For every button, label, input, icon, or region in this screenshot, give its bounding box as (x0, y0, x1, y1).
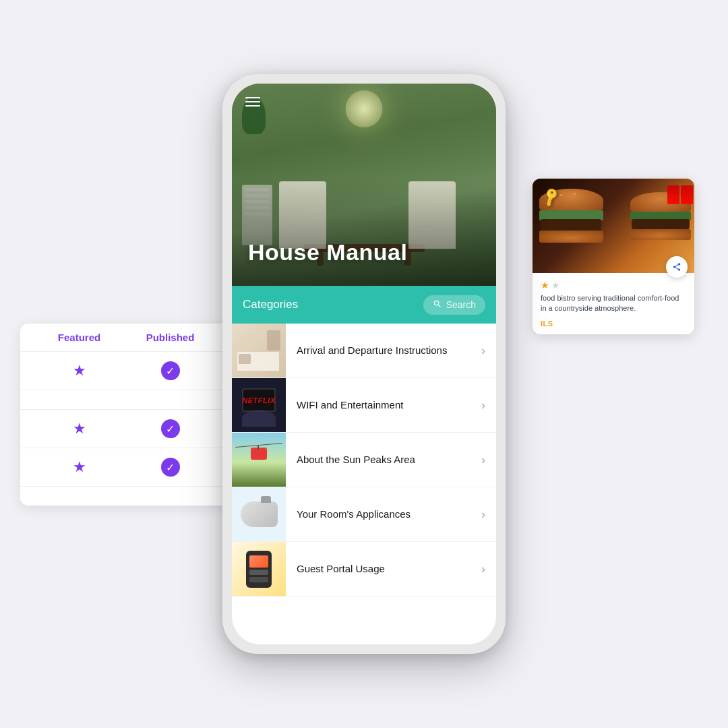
menu-list: Arrival and Departure Instructions › NET… (232, 324, 496, 597)
published-cell: ✓ (125, 458, 216, 477)
menu-title-wifi: WIFI and Entertainment (297, 399, 403, 411)
published-header: Published (125, 332, 216, 343)
menu-title-appliances: Your Room's Applicances (297, 508, 411, 520)
categories-label: Categories (243, 298, 423, 311)
menu-title-sun-peaks: About the Sun Peaks Area (297, 454, 415, 465)
phone-mockup: House Manual Categories Search (222, 74, 506, 654)
featured-header: Featured (34, 332, 125, 343)
star-icon: ★ (73, 420, 86, 437)
chevron-right-icon: › (481, 508, 496, 522)
menu-thumb-wifi: NETFLIX (232, 378, 286, 432)
background-table-card: Featured Published ★ ✓ ★ ✓ ★ ✓ (20, 324, 229, 506)
table-row (20, 487, 229, 506)
tv-screen: NETFLIX (242, 388, 276, 412)
star-icon: ★ (73, 362, 86, 380)
published-cell: ✓ (125, 361, 216, 380)
menu-content-guest-portal: Guest Portal Usage (286, 562, 481, 576)
menu-thumb-arrival (232, 324, 286, 377)
hamburger-menu-button[interactable] (245, 97, 260, 107)
search-icon (433, 299, 442, 311)
table-row: ★ ✓ (20, 410, 229, 448)
published-cell: ✓ (125, 419, 216, 438)
star-icon: ★ (73, 458, 86, 476)
hero-title: House Manual (248, 239, 407, 266)
hamburger-line (245, 105, 260, 107)
menu-thumb-sun-peaks (232, 433, 286, 487)
search-box[interactable]: Search (423, 295, 485, 315)
hero-gradient-overlay (232, 178, 496, 286)
menu-content-sun-peaks: About the Sun Peaks Area (286, 453, 481, 466)
menu-title-guest-portal: Guest Portal Usage (297, 563, 385, 574)
chevron-right-icon: › (481, 344, 496, 358)
share-button[interactable] (666, 256, 688, 278)
person-silhouette (242, 410, 276, 427)
hamburger-line (245, 101, 260, 102)
chevron-right-icon: › (481, 398, 496, 413)
background-restaurant-card: 🔑 ★ ★ food bistro serving traditional co… (533, 179, 694, 334)
chevron-right-icon: › (481, 453, 496, 467)
search-label: Search (446, 299, 476, 310)
star-rating: ★ ★ (533, 273, 694, 293)
phone-screen: House Manual Categories Search (232, 84, 496, 644)
phone-outer-shell: House Manual Categories Search (222, 74, 506, 654)
featured-cell: ★ (34, 362, 125, 380)
menu-content-appliances: Your Room's Applicances (286, 508, 481, 521)
netflix-logo: NETFLIX (242, 396, 275, 404)
featured-cell: ★ (34, 458, 125, 476)
hamburger-line (245, 97, 260, 98)
table-header: Featured Published (20, 324, 229, 352)
menu-item-sun-peaks[interactable]: About the Sun Peaks Area › (232, 433, 496, 487)
check-icon: ✓ (161, 361, 180, 380)
menu-title-arrival: Arrival and Departure Instructions (297, 344, 447, 356)
hero-section: House Manual (232, 84, 496, 286)
menu-item-guest-portal[interactable]: Guest Portal Usage › (232, 542, 496, 597)
table-row: ★ ✓ (20, 448, 229, 487)
menu-thumb-guest-portal (232, 542, 286, 596)
check-icon: ✓ (161, 458, 180, 477)
star-empty: ★ (551, 280, 560, 291)
table-row: ★ ✓ (20, 352, 229, 390)
star-filled: ★ (541, 280, 549, 291)
menu-item-appliances[interactable]: Your Room's Applicances › (232, 487, 496, 542)
chevron-right-icon: › (481, 562, 496, 576)
featured-cell: ★ (34, 420, 125, 437)
check-icon: ✓ (161, 419, 180, 438)
menu-content-wifi: WIFI and Entertainment (286, 398, 481, 412)
card-description: food bistro serving traditional comfort-… (533, 293, 694, 320)
categories-bar: Categories Search (232, 286, 496, 324)
menu-item-wifi[interactable]: NETFLIX WIFI and Entertainment › (232, 378, 496, 433)
menu-thumb-appliances (232, 487, 286, 541)
table-row (20, 390, 229, 410)
menu-content-arrival: Arrival and Departure Instructions (286, 344, 481, 357)
menu-item-arrival[interactable]: Arrival and Departure Instructions › (232, 324, 496, 378)
card-link[interactable]: ILS (533, 320, 694, 334)
